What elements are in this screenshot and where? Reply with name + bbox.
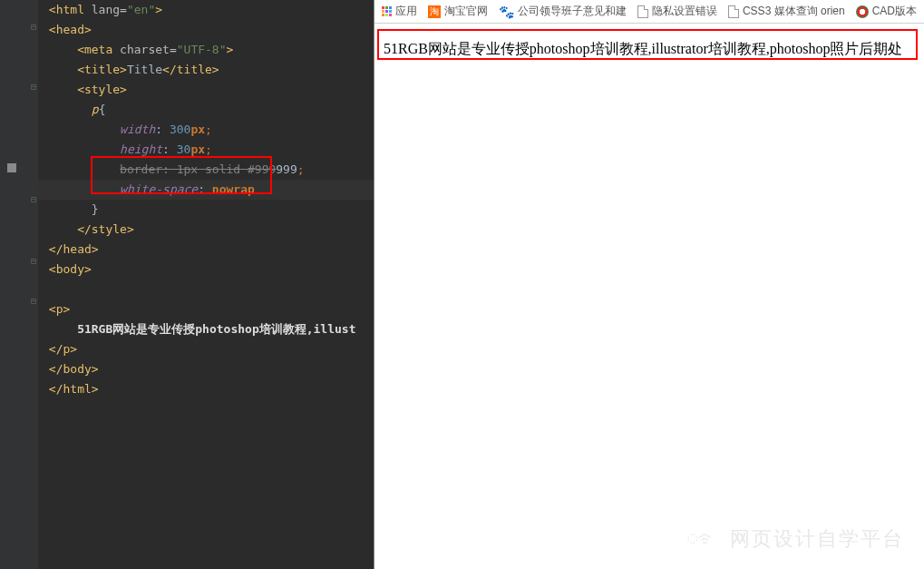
apps-button[interactable]: 应用 bbox=[382, 4, 417, 19]
code-token: <style> bbox=[77, 83, 127, 96]
bookmark-label: 公司领导班子意见和建 bbox=[518, 4, 627, 19]
bookmark-label: 应用 bbox=[395, 4, 417, 19]
code-token: p bbox=[92, 103, 99, 116]
code-token: </p> bbox=[49, 342, 77, 356]
bookmark-company[interactable]: 🐾 公司领导班子意见和建 bbox=[499, 4, 627, 19]
code-token: </head> bbox=[49, 242, 99, 256]
code-token: </style> bbox=[77, 222, 134, 236]
page-icon bbox=[728, 5, 739, 18]
bookmark-cad[interactable]: CAD版本 bbox=[856, 4, 917, 19]
bookmark-label: CAD版本 bbox=[872, 4, 917, 19]
code-token: 51RGB网站是专业传授photoshop培训教程,illust bbox=[77, 322, 355, 336]
wechat-icon: ◌ᯤ bbox=[686, 526, 719, 552]
baidu-icon: 🐾 bbox=[499, 5, 514, 19]
code-token: 300 bbox=[170, 123, 190, 136]
watermark: ◌ᯤ 网页设计自学平台 bbox=[686, 525, 904, 553]
code-token: 999 bbox=[276, 162, 297, 176]
paragraph-text: 51RGB网站是专业传授photoshop培训教程,illustrator培训教… bbox=[384, 41, 902, 56]
code-token: <head> bbox=[49, 23, 92, 36]
cad-icon bbox=[856, 5, 869, 18]
code-token: } bbox=[92, 202, 99, 216]
code-token: { bbox=[99, 103, 106, 116]
watermark-text: 网页设计自学平台 bbox=[730, 525, 904, 553]
code-token: lang= bbox=[92, 3, 127, 16]
code-token: nowrap bbox=[212, 182, 255, 196]
code-token: ; bbox=[205, 123, 212, 136]
taobao-icon: 淘 bbox=[428, 5, 441, 18]
code-token: width bbox=[120, 123, 155, 136]
code-token: <title> bbox=[77, 63, 127, 76]
editor-gutter: ⊟ ⊟ ⊟ ⊟ ⊟ bbox=[0, 0, 38, 569]
bookmark-label: CSS3 媒体查询 orien bbox=[743, 4, 845, 19]
bookmark-bar: 应用 淘 淘宝官网 🐾 公司领导班子意见和建 隐私设置错误 CSS3 媒体查询 … bbox=[374, 0, 924, 24]
bookmark-css3[interactable]: CSS3 媒体查询 orien bbox=[728, 4, 845, 19]
code-content[interactable]: <html lang="en"> <head> <meta charset="U… bbox=[38, 0, 374, 399]
code-token: </html> bbox=[49, 382, 99, 396]
bookmark-label: 淘宝官网 bbox=[444, 4, 488, 19]
code-token: > bbox=[227, 43, 234, 56]
rendered-page: 51RGB网站是专业传授photoshop培训教程,illustrator培训教… bbox=[374, 24, 924, 83]
code-token: ; bbox=[205, 142, 212, 156]
code-token: "UTF-8" bbox=[177, 43, 227, 56]
code-token: "en" bbox=[127, 3, 155, 16]
code-token: 30 bbox=[177, 142, 191, 156]
apps-grid-icon bbox=[382, 6, 392, 16]
code-token: white-space bbox=[120, 182, 198, 196]
code-token: : bbox=[155, 123, 170, 136]
code-token: <body> bbox=[49, 262, 92, 276]
code-token: <html bbox=[49, 3, 92, 16]
code-token: </body> bbox=[49, 362, 99, 376]
bookmark-label: 隐私设置错误 bbox=[652, 4, 717, 19]
browser-preview-pane: 应用 淘 淘宝官网 🐾 公司领导班子意见和建 隐私设置错误 CSS3 媒体查询 … bbox=[374, 0, 924, 569]
code-token: charset= bbox=[120, 43, 177, 56]
code-token: > bbox=[155, 3, 162, 16]
code-token: : bbox=[162, 142, 177, 156]
code-token: border: 1px solid #999 bbox=[120, 162, 276, 176]
rendered-paragraph: 51RGB网站是专业传授photoshop培训教程,illustrator培训教… bbox=[384, 40, 656, 67]
bookmark-taobao[interactable]: 淘 淘宝官网 bbox=[428, 4, 488, 19]
code-token: px bbox=[190, 142, 205, 156]
code-token: <p> bbox=[49, 302, 70, 316]
code-token: height bbox=[120, 142, 162, 156]
code-token: px bbox=[190, 123, 205, 136]
page-icon bbox=[637, 5, 648, 18]
bookmark-privacy[interactable]: 隐私设置错误 bbox=[637, 4, 717, 19]
code-token: <meta bbox=[77, 43, 120, 56]
code-token: Title bbox=[127, 63, 162, 76]
code-editor-pane: ⊟ ⊟ ⊟ ⊟ ⊟ <html lang="en"> <head> <meta … bbox=[0, 0, 374, 569]
code-token: </title> bbox=[162, 63, 219, 76]
change-marker-icon bbox=[7, 163, 16, 172]
code-token: ; bbox=[297, 162, 305, 176]
code-token: : bbox=[198, 182, 212, 196]
